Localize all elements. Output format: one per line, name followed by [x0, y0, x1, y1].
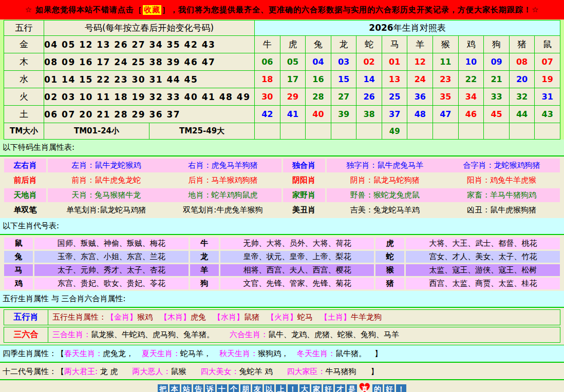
twelve-value: 鼠猴 [171, 367, 186, 376]
tm-label: TM大小 [4, 123, 44, 140]
seasons-row: 四季生肖属性：【春天生肖：虎兔龙，夏天生肖：蛇马羊，秋天生肖：猴狗鸡，冬天生肖：… [0, 345, 564, 363]
zodiac-number: 39 [331, 106, 356, 123]
code-aliases: 大将、大王、武士、都督、桃花 [406, 238, 560, 249]
tm-big-range: TM25-49大 [149, 123, 255, 140]
sanliu-row-content: 三合生肖：鼠龙猴、牛蛇鸡、虎马狗、兔羊猪。六合生肖：鼠牛、龙鸡、虎猪、蛇猴、兔狗… [48, 327, 560, 342]
attr-text: 野兽：猴蛇龙兔虎鼠 [350, 190, 420, 200]
share-char-box: 本 [170, 384, 180, 392]
twelve-codes-row: 十二代号属性：【两大君王: 龙 虎两大恶人：鼠猴四大美女：兔蛇羊 鸡四大家臣：牛… [0, 364, 564, 380]
season-name: 秋天生肖： [219, 349, 258, 358]
zodiac-col-header: 猪 [509, 36, 535, 53]
attr-text: 阴肖：鼠龙马蛇狗猪 [350, 175, 420, 185]
wuxing-group-name: 【金肖】 [106, 312, 137, 322]
heart-char-box: ♥真 [359, 384, 371, 392]
wuxing-group-value: 牛羊龙狗 [351, 312, 382, 322]
zodiac-col-header: 鼠 [535, 36, 560, 53]
sanliu-group-name: 三合生肖： [52, 330, 91, 339]
zodiac-number: 20 [509, 71, 535, 88]
share-char-box: 告 [193, 384, 203, 392]
attr-row-content: 吉美：兔龙蛇马羊鸡凶丑：鼠牛虎猴狗猪 [327, 203, 560, 217]
season-name: 春天生肖： [64, 349, 103, 358]
top-marquee-banner: ☆ 如果您觉得本站不错请点击［收藏］，我们将为您提供最齐全、更准确的六合彩数据与… [0, 0, 564, 19]
season-group: 春天生肖：虎兔龙， [64, 349, 134, 358]
tm-zodiac-number [433, 123, 459, 140]
share-char-box: 家 [311, 384, 322, 392]
share-char-box: 诉 [205, 384, 215, 392]
twelve-group: 四大美女：兔蛇羊 鸡 [201, 367, 273, 376]
zodiac-number: 02 [356, 53, 382, 71]
zodiac-number: 03 [331, 53, 356, 71]
wuxing-row: 五行肖 五行生肖属性： 【金肖】猴鸡【木肖】虎兔【水肖】鼠猪【火肖】蛇马【土肖】… [4, 309, 560, 325]
attr-row-label: 左右肖 [4, 159, 46, 172]
code-aliases: 国师、叛贼、神偷、叛贼、梅花 [34, 238, 189, 249]
tm-zodiac-number [280, 123, 306, 140]
share-char-box: 站 [181, 384, 192, 392]
share-char: 真 [362, 385, 368, 392]
bookmark-link[interactable]: 收藏 [143, 5, 161, 15]
sanliu-group-value: 鼠牛、龙鸡、虎猪、蛇猴、兔狗、马羊 [268, 330, 399, 339]
zodiac-number: 09 [484, 53, 510, 71]
tm-zodiac-number [535, 123, 560, 140]
share-char-box: 个 [229, 384, 239, 392]
share-char-box: 好 [323, 384, 333, 392]
tm-zodiac-number [458, 123, 484, 140]
attr-row-content: 阴肖：鼠龙马蛇狗猪阳肖：鸡兔牛羊虎猴 [327, 173, 560, 187]
zodiac-number: 06 [255, 53, 280, 71]
attr-text: 左肖：鼠牛龙蛇猴鸡 [71, 161, 141, 170]
zodiac-title-rest: 年生肖对照表 [393, 23, 446, 33]
main-table-header-row: 五行 号码(每年按立春后开始变化号码) 2026年生肖对照表 [4, 21, 560, 36]
attr-row: 前后肖前肖：鼠牛虎兔龙蛇后肖：马羊猴鸡狗猪阴阳肖阴肖：鼠龙马蛇狗猪阳肖：鸡兔牛羊… [4, 173, 560, 187]
wuxing-group: 【金肖】猴鸡 [106, 312, 153, 322]
zodiac-number: 36 [407, 88, 433, 106]
code-aliases: 东宫、贵妃、歌女、贵妃、苓花 [34, 278, 189, 289]
zodiac-number: 34 [458, 88, 484, 106]
twelve-value: 龙 虎 [100, 367, 118, 376]
zodiac-number: 48 [407, 106, 433, 123]
wuxing-group-name: 【水肖】 [213, 312, 244, 322]
zodiac-number: 19 [535, 71, 560, 88]
code-aliases: 无帅、大将、员外、大将、荷花 [220, 238, 374, 249]
tm-zodiac-number [331, 123, 356, 140]
attr-text: 合字肖：龙蛇猴鸡狗猪 [463, 161, 540, 170]
code-aliases: 太监、寇王、游侠、寇王、松树 [406, 264, 560, 276]
attr-row-label: 美丑肖 [283, 203, 325, 217]
attr-row-content: 独字肖：鼠牛虎兔马羊合字肖：龙蛇猴鸡狗猪 [327, 159, 560, 172]
code-aliases: 宫女、才人、美女、太子、竹花 [406, 251, 560, 263]
col-header-wuxing: 五行 [4, 21, 44, 36]
tm-zodiac-number [484, 123, 510, 140]
tm-small-range: TM01-24小 [44, 123, 149, 140]
element-row: 土06 07 20 21 28 29 36 374241403938374847… [4, 106, 560, 123]
code-aliases: 西宫、太监、商贾、太监、桂花 [406, 278, 560, 289]
season-group: 冬天生肖：鼠牛猪。 [297, 349, 366, 358]
code-zodiac: 牛 [190, 238, 219, 249]
tm-zodiac-number [255, 123, 280, 140]
wuxing-groups: 【金肖】猴鸡【木肖】虎兔【水肖】鼠猪【火肖】蛇马【土肖】牛羊龙狗 [106, 312, 389, 322]
zodiac-number: 27 [331, 88, 356, 106]
zodiac-col-header: 虎 [280, 36, 306, 53]
element-row: 水01 14 15 22 23 30 31 44 451817161514132… [4, 71, 560, 88]
element-name: 火 [4, 88, 44, 106]
attr-row: 单双笔单笔划肖:鼠龙蛇马鸡猪双笔划肖:牛虎兔羊猴狗美丑肖吉美：兔龙蛇马羊鸡凶丑：… [4, 203, 560, 217]
banner-text-suffix: ］，我们将为您提供最齐全、更准确的六合彩数据与实用的六合彩历史开奖记录，方便大家… [162, 5, 539, 15]
zodiac-number: 26 [356, 88, 382, 106]
code-aliases: 太子、元帅、秀才、太子、杏花 [34, 264, 189, 276]
attr-text: 阳肖：鸡兔牛羊虎猴 [467, 175, 536, 185]
share-char-box: ！ [288, 384, 298, 392]
zodiac-col-header: 羊 [407, 36, 433, 53]
zodiac-number: 35 [433, 88, 459, 106]
zodiac-number: 15 [331, 71, 356, 88]
attr-row-content: 单笔划肖:鼠龙蛇马鸡猪双笔划肖:牛虎兔羊猴狗 [48, 203, 281, 217]
tm-zodiac-number [356, 123, 382, 140]
elements-table-body: 金04 05 12 13 26 27 34 35 42 43牛虎兔龙蛇马羊猴鸡狗… [4, 36, 560, 140]
code-zodiac: 鼠 [4, 238, 33, 249]
attr-row: 天地肖天肖：兔马猴猪牛龙地肖：蛇羊鸡狗鼠虎家野肖野兽：猴蛇龙兔虎鼠家畜：羊马牛猪… [4, 188, 560, 202]
share-char-box: 十 [217, 384, 227, 392]
code-aliases: 文官、先锋、管家、先锋、菊花 [220, 278, 374, 289]
element-numbers: 01 14 15 22 23 30 31 44 45 [44, 71, 255, 88]
zodiac-col-header: 蛇 [356, 36, 382, 53]
zodiac-number: 13 [382, 71, 407, 88]
zodiac-number: 11 [433, 53, 459, 71]
sanliu-group-name: 六合生肖： [230, 330, 268, 339]
zodiac-number: 05 [280, 53, 306, 71]
zodiac-number: 44 [509, 106, 535, 123]
